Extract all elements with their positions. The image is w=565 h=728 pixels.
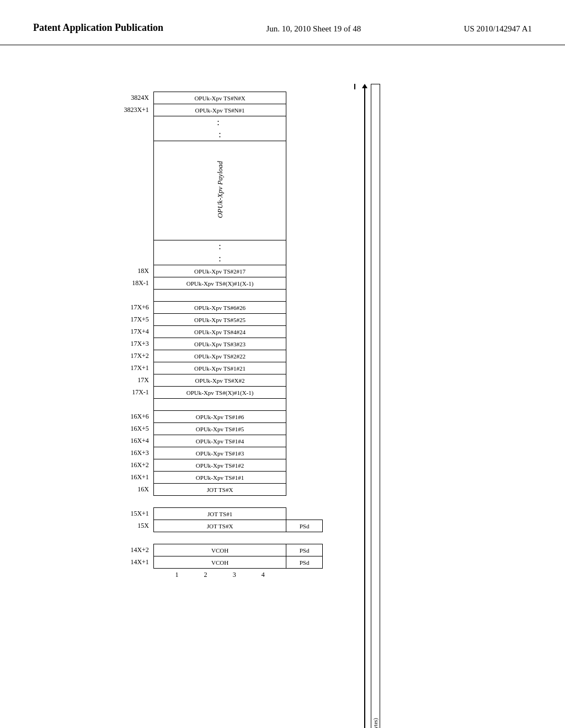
column-numbers-row: 1 2 3 4 xyxy=(99,569,359,581)
table-row-dots: : xyxy=(99,129,359,141)
table-row: 16X+1 OPUk-Xpv TS#1#1 xyxy=(99,472,359,484)
diagram-table: 3824X OPUk-Xpv TS#N#X 3823X+1 OPUk-Xpv T… xyxy=(99,92,359,581)
payload-size-label: OPUk-Xpv Payload(4 × 3808 × bytes) xyxy=(371,84,380,728)
table-row-spacer xyxy=(99,290,359,302)
table-row: 17X+6 OPUk-Xpv TS#6#26 xyxy=(99,302,359,314)
table-row: 3823X+1 OPUk-Xpv TS#N#1 xyxy=(99,104,359,116)
table-row: 17X OPUk-Xpv TS#X#2 xyxy=(99,374,359,387)
table-row: 16X+2 OPUk-Xpv TS#1#2 xyxy=(99,459,359,472)
table-row: 18X OPUk-Xpv TS#2#17 xyxy=(99,265,359,277)
publication-date: Jun. 10, 2010 Sheet 19 of 48 xyxy=(266,22,361,34)
table-row: 17X-1 OPUk-Xpv TS#(X)#1(X-1) xyxy=(99,387,359,399)
table-row: 14X+1 VCOH PSd xyxy=(99,556,359,569)
table-row-dots: : xyxy=(99,253,359,265)
table-row: 3824X OPUk-Xpv TS#N#X xyxy=(99,92,359,104)
table-row-spacer xyxy=(99,496,359,508)
publication-number: US 2010/142947 A1 xyxy=(464,22,532,34)
table-row: 16X+3 OPUk-Xpv TS#1#3 xyxy=(99,447,359,459)
table-row-payload: OPUk-Xpv Payload xyxy=(99,141,359,240)
table-row: 18X-1 OPUk-Xpv TS#(X)#1(X-1) xyxy=(99,277,359,290)
table-row: 17X+1 OPUk-Xpv TS#1#21 xyxy=(99,362,359,374)
table-row: 16X JOT TS#X xyxy=(99,484,359,496)
table-row-dots: : xyxy=(99,240,359,253)
table-row: 14X+2 VCOH PSd xyxy=(99,544,359,556)
table-row-spacer xyxy=(99,532,359,544)
table-row: 15X+1 JOT TS#1 xyxy=(99,508,359,520)
page-header: Patent Application Publication Jun. 10, … xyxy=(0,0,565,45)
table-row: 16X+5 OPUk-Xpv TS#1#5 xyxy=(99,423,359,435)
publication-title: Patent Application Publication xyxy=(33,22,163,34)
table-row: 17X+4 OPUk-Xpv TS#4#24 xyxy=(99,326,359,338)
table-row: 15X JOT TS#X PSd xyxy=(99,520,359,532)
table-row: 17X+5 OPUk-Xpv TS#5#25 xyxy=(99,314,359,326)
table-row: 16X+4 OPUk-Xpv TS#1#4 xyxy=(99,435,359,447)
table-row: 16X+6 OPUk-Xpv TS#1#6 xyxy=(99,411,359,423)
page-content: FIG.19 xyxy=(0,45,565,728)
table-row: 17X+2 OPUk-Xpv TS#2#22 xyxy=(99,350,359,362)
table-row: 17X+3 OPUk-Xpv TS#3#23 xyxy=(99,338,359,350)
table-row-spacer xyxy=(99,399,359,411)
table-row-dots: : xyxy=(99,116,359,129)
